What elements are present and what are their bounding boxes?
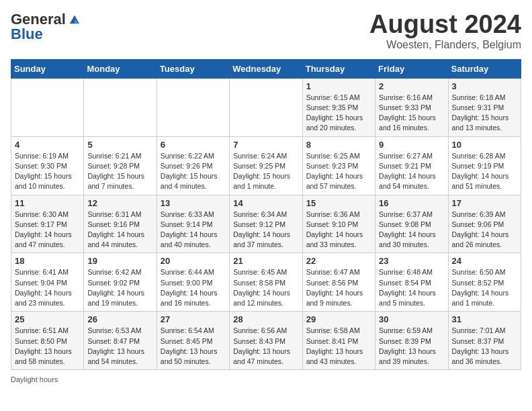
day-number: 11 bbox=[15, 198, 80, 208]
calendar-table: SundayMondayTuesdayWednesdayThursdayFrid… bbox=[11, 59, 521, 370]
title-area: August 2024 Woesten, Flanders, Belgium bbox=[369, 11, 521, 51]
day-number: 19 bbox=[87, 256, 152, 266]
day-number: 17 bbox=[452, 198, 517, 208]
calendar-cell: 15Sunrise: 6:36 AM Sunset: 9:10 PM Dayli… bbox=[302, 195, 375, 253]
calendar-cell bbox=[11, 78, 84, 136]
day-info: Sunrise: 6:53 AM Sunset: 8:47 PM Dayligh… bbox=[87, 326, 152, 367]
calendar-cell: 24Sunrise: 6:50 AM Sunset: 8:52 PM Dayli… bbox=[448, 253, 521, 312]
day-info: Sunrise: 6:27 AM Sunset: 9:21 PM Dayligh… bbox=[379, 151, 444, 192]
day-info: Sunrise: 6:39 AM Sunset: 9:06 PM Dayligh… bbox=[452, 210, 517, 250]
day-info: Sunrise: 6:50 AM Sunset: 8:52 PM Dayligh… bbox=[452, 267, 517, 308]
day-info: Sunrise: 6:28 AM Sunset: 9:19 PM Dayligh… bbox=[452, 151, 517, 192]
location-title: Woesten, Flanders, Belgium bbox=[369, 39, 521, 51]
day-number: 27 bbox=[161, 314, 226, 324]
day-info: Sunrise: 6:34 AM Sunset: 9:12 PM Dayligh… bbox=[233, 210, 298, 250]
day-number: 24 bbox=[452, 256, 517, 266]
calendar-cell: 26Sunrise: 6:53 AM Sunset: 8:47 PM Dayli… bbox=[84, 312, 157, 370]
calendar-cell: 3Sunrise: 6:18 AM Sunset: 9:31 PM Daylig… bbox=[448, 78, 521, 136]
calendar-week-2: 4Sunrise: 6:19 AM Sunset: 9:30 PM Daylig… bbox=[11, 136, 521, 195]
day-number: 26 bbox=[87, 314, 152, 324]
day-number: 4 bbox=[15, 140, 80, 150]
day-number: 21 bbox=[233, 256, 298, 266]
daylight-label: Daylight hours bbox=[11, 375, 58, 383]
calendar-cell: 2Sunrise: 6:16 AM Sunset: 9:33 PM Daylig… bbox=[375, 78, 448, 136]
calendar-cell: 30Sunrise: 6:59 AM Sunset: 8:39 PM Dayli… bbox=[375, 312, 448, 370]
day-number: 30 bbox=[379, 314, 444, 324]
calendar-cell: 13Sunrise: 6:33 AM Sunset: 9:14 PM Dayli… bbox=[157, 195, 229, 253]
logo: General Blue bbox=[11, 11, 81, 43]
day-info: Sunrise: 6:37 AM Sunset: 9:08 PM Dayligh… bbox=[379, 210, 444, 250]
calendar-header-wednesday: Wednesday bbox=[230, 59, 302, 78]
month-title: August 2024 bbox=[369, 11, 521, 39]
calendar-header-friday: Friday bbox=[375, 59, 448, 78]
day-info: Sunrise: 6:48 AM Sunset: 8:54 PM Dayligh… bbox=[379, 267, 444, 308]
day-number: 23 bbox=[379, 256, 444, 266]
calendar-cell: 21Sunrise: 6:45 AM Sunset: 8:58 PM Dayli… bbox=[230, 253, 302, 312]
calendar-cell: 1Sunrise: 6:15 AM Sunset: 9:35 PM Daylig… bbox=[302, 78, 375, 136]
calendar-cell: 6Sunrise: 6:22 AM Sunset: 9:26 PM Daylig… bbox=[157, 136, 229, 195]
calendar-cell: 7Sunrise: 6:24 AM Sunset: 9:25 PM Daylig… bbox=[230, 136, 302, 195]
calendar-cell bbox=[230, 78, 302, 136]
calendar-cell: 17Sunrise: 6:39 AM Sunset: 9:06 PM Dayli… bbox=[448, 195, 521, 253]
day-info: Sunrise: 6:25 AM Sunset: 9:23 PM Dayligh… bbox=[306, 151, 371, 192]
calendar-cell: 19Sunrise: 6:42 AM Sunset: 9:02 PM Dayli… bbox=[84, 253, 157, 312]
day-number: 16 bbox=[379, 198, 444, 208]
calendar-cell: 9Sunrise: 6:27 AM Sunset: 9:21 PM Daylig… bbox=[375, 136, 448, 195]
calendar-week-4: 18Sunrise: 6:41 AM Sunset: 9:04 PM Dayli… bbox=[11, 253, 521, 312]
day-info: Sunrise: 6:24 AM Sunset: 9:25 PM Dayligh… bbox=[233, 151, 298, 192]
day-info: Sunrise: 6:54 AM Sunset: 8:45 PM Dayligh… bbox=[161, 326, 226, 367]
day-info: Sunrise: 6:22 AM Sunset: 9:26 PM Dayligh… bbox=[161, 151, 226, 192]
calendar-cell bbox=[84, 78, 157, 136]
day-info: Sunrise: 6:56 AM Sunset: 8:43 PM Dayligh… bbox=[233, 326, 298, 367]
calendar-cell: 27Sunrise: 6:54 AM Sunset: 8:45 PM Dayli… bbox=[157, 312, 229, 370]
day-info: Sunrise: 6:36 AM Sunset: 9:10 PM Dayligh… bbox=[306, 210, 371, 250]
calendar-cell: 5Sunrise: 6:21 AM Sunset: 9:28 PM Daylig… bbox=[84, 136, 157, 195]
day-number: 2 bbox=[379, 81, 444, 91]
day-number: 28 bbox=[233, 314, 298, 324]
day-info: Sunrise: 6:47 AM Sunset: 8:56 PM Dayligh… bbox=[306, 267, 371, 308]
day-number: 7 bbox=[233, 140, 298, 150]
calendar-cell: 28Sunrise: 6:56 AM Sunset: 8:43 PM Dayli… bbox=[230, 312, 302, 370]
logo-blue-text: Blue bbox=[11, 26, 43, 43]
calendar-cell: 12Sunrise: 6:31 AM Sunset: 9:16 PM Dayli… bbox=[84, 195, 157, 253]
calendar-header-saturday: Saturday bbox=[448, 59, 521, 78]
calendar-cell: 14Sunrise: 6:34 AM Sunset: 9:12 PM Dayli… bbox=[230, 195, 302, 253]
calendar-cell: 25Sunrise: 6:51 AM Sunset: 8:50 PM Dayli… bbox=[11, 312, 84, 370]
calendar-cell: 23Sunrise: 6:48 AM Sunset: 8:54 PM Dayli… bbox=[375, 253, 448, 312]
calendar-cell: 31Sunrise: 7:01 AM Sunset: 8:37 PM Dayli… bbox=[448, 312, 521, 370]
day-info: Sunrise: 6:44 AM Sunset: 9:00 PM Dayligh… bbox=[161, 267, 226, 308]
day-info: Sunrise: 6:41 AM Sunset: 9:04 PM Dayligh… bbox=[15, 267, 80, 308]
calendar-cell: 20Sunrise: 6:44 AM Sunset: 9:00 PM Dayli… bbox=[157, 253, 229, 312]
day-info: Sunrise: 6:42 AM Sunset: 9:02 PM Dayligh… bbox=[87, 267, 152, 308]
calendar-cell: 11Sunrise: 6:30 AM Sunset: 9:17 PM Dayli… bbox=[11, 195, 84, 253]
day-number: 15 bbox=[306, 198, 371, 208]
day-number: 18 bbox=[15, 256, 80, 266]
calendar-header-row: SundayMondayTuesdayWednesdayThursdayFrid… bbox=[11, 59, 521, 78]
day-number: 9 bbox=[379, 140, 444, 150]
calendar-cell: 22Sunrise: 6:47 AM Sunset: 8:56 PM Dayli… bbox=[302, 253, 375, 312]
day-info: Sunrise: 6:30 AM Sunset: 9:17 PM Dayligh… bbox=[15, 210, 80, 250]
calendar-cell: 29Sunrise: 6:58 AM Sunset: 8:41 PM Dayli… bbox=[302, 312, 375, 370]
calendar-header-thursday: Thursday bbox=[302, 59, 375, 78]
day-info: Sunrise: 6:45 AM Sunset: 8:58 PM Dayligh… bbox=[233, 267, 298, 308]
day-info: Sunrise: 6:15 AM Sunset: 9:35 PM Dayligh… bbox=[306, 93, 371, 134]
calendar-cell: 16Sunrise: 6:37 AM Sunset: 9:08 PM Dayli… bbox=[375, 195, 448, 253]
day-info: Sunrise: 6:31 AM Sunset: 9:16 PM Dayligh… bbox=[87, 210, 152, 250]
calendar-cell: 10Sunrise: 6:28 AM Sunset: 9:19 PM Dayli… bbox=[448, 136, 521, 195]
day-info: Sunrise: 6:51 AM Sunset: 8:50 PM Dayligh… bbox=[15, 326, 80, 367]
logo-icon bbox=[69, 13, 81, 26]
day-info: Sunrise: 6:21 AM Sunset: 9:28 PM Dayligh… bbox=[87, 151, 152, 192]
day-number: 22 bbox=[306, 256, 371, 266]
page-header: General Blue August 2024 Woesten, Flande… bbox=[11, 11, 521, 51]
footer-note: Daylight hours bbox=[11, 375, 521, 383]
calendar-cell: 8Sunrise: 6:25 AM Sunset: 9:23 PM Daylig… bbox=[302, 136, 375, 195]
day-number: 1 bbox=[306, 81, 371, 91]
day-info: Sunrise: 6:33 AM Sunset: 9:14 PM Dayligh… bbox=[161, 210, 226, 250]
day-info: Sunrise: 7:01 AM Sunset: 8:37 PM Dayligh… bbox=[452, 326, 517, 367]
day-info: Sunrise: 6:58 AM Sunset: 8:41 PM Dayligh… bbox=[306, 326, 371, 367]
calendar-week-3: 11Sunrise: 6:30 AM Sunset: 9:17 PM Dayli… bbox=[11, 195, 521, 253]
calendar-cell bbox=[157, 78, 229, 136]
day-number: 5 bbox=[87, 140, 152, 150]
day-info: Sunrise: 6:18 AM Sunset: 9:31 PM Dayligh… bbox=[452, 93, 517, 134]
day-number: 25 bbox=[15, 314, 80, 324]
